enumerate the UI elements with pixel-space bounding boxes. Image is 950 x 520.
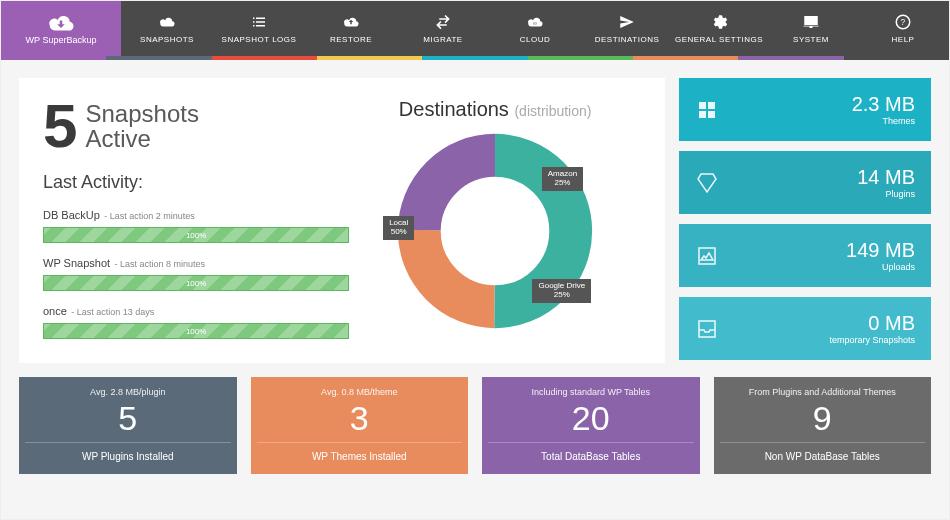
card-total-db-tables[interactable]: Including standard WP Tables20Total Data… bbox=[482, 377, 700, 474]
nav-destinations[interactable]: DESTINATIONS bbox=[581, 1, 673, 56]
stat-label: Uploads bbox=[846, 262, 915, 272]
stats-column: 2.3 MBThemes 14 MBPlugins 149 MBUploads … bbox=[679, 78, 931, 363]
donut-label-gdrive: Google Drive25% bbox=[532, 279, 591, 303]
transfer-icon bbox=[434, 13, 452, 31]
nav-snapshots[interactable]: SNAPSHOTS bbox=[121, 1, 213, 56]
cloud-icon bbox=[158, 13, 176, 31]
nav-restore[interactable]: RESTORE bbox=[305, 1, 397, 56]
nav-general-settings[interactable]: GENERAL SETTINGS bbox=[673, 1, 765, 56]
nav-label: SNAPSHOT LOGS bbox=[222, 35, 297, 44]
gear-icon bbox=[710, 13, 728, 31]
nav-system[interactable]: SYSTEM bbox=[765, 1, 857, 56]
snapshots-heading: 5 Snapshots Active bbox=[43, 98, 349, 154]
card-num: 3 bbox=[257, 399, 463, 438]
card-label: Non WP DataBase Tables bbox=[720, 442, 926, 462]
stat-themes[interactable]: 2.3 MBThemes bbox=[679, 78, 931, 141]
activity-row: once - Last action 13 days 100% bbox=[43, 301, 349, 339]
activity-name: once bbox=[43, 305, 67, 317]
activity-row: WP Snapshot - Last action 8 minutes 100% bbox=[43, 253, 349, 291]
nav-label: SYSTEM bbox=[793, 35, 829, 44]
stat-label: temporary Snapshots bbox=[829, 335, 915, 345]
nav-migrate[interactable]: MIGRATE bbox=[397, 1, 489, 56]
card-label: WP Plugins Installed bbox=[25, 442, 231, 462]
stat-value: 14 MB bbox=[857, 166, 915, 189]
card-num: 9 bbox=[720, 399, 926, 438]
progress-pct: 100% bbox=[186, 326, 206, 335]
list-icon bbox=[250, 13, 268, 31]
card-num: 5 bbox=[25, 399, 231, 438]
monitor-icon bbox=[802, 13, 820, 31]
nav-label: HELP bbox=[892, 35, 915, 44]
bottom-cards: Avg. 2.8 MB/plugin5WP Plugins Installed … bbox=[19, 377, 931, 474]
donut-label-amazon: Amazon25% bbox=[542, 167, 583, 191]
card-avg: From Plugins and Additional Themes bbox=[720, 387, 926, 397]
nav-help[interactable]: ?HELP bbox=[857, 1, 949, 56]
inbox-icon bbox=[695, 317, 719, 341]
progress-bar: 100% bbox=[43, 227, 349, 243]
donut-label-local: Local50% bbox=[383, 216, 414, 240]
stat-temp-snapshots[interactable]: 0 MBtemporary Snapshots bbox=[679, 297, 931, 360]
progress-bar: 100% bbox=[43, 323, 349, 339]
nav-label: CLOUD bbox=[520, 35, 551, 44]
nav-label: MIGRATE bbox=[423, 35, 462, 44]
progress-bar: 100% bbox=[43, 275, 349, 291]
activity-sub: - Last action 8 minutes bbox=[115, 259, 206, 269]
progress-pct: 100% bbox=[186, 278, 206, 287]
card-avg: Avg. 2.8 MB/plugin bbox=[25, 387, 231, 397]
stat-value: 0 MB bbox=[829, 312, 915, 335]
card-plugins-installed[interactable]: Avg. 2.8 MB/plugin5WP Plugins Installed bbox=[19, 377, 237, 474]
image-icon bbox=[695, 244, 719, 268]
cloud-logo-icon bbox=[46, 13, 76, 33]
brand-text: WP SuperBackup bbox=[26, 35, 97, 45]
card-avg: Avg. 0.8 MB/theme bbox=[257, 387, 463, 397]
stat-label: Themes bbox=[852, 116, 915, 126]
snapshots-count: 5 bbox=[43, 98, 77, 154]
nav-label: DESTINATIONS bbox=[595, 35, 660, 44]
send-icon bbox=[618, 13, 636, 31]
card-num: 20 bbox=[488, 399, 694, 438]
svg-text:?: ? bbox=[901, 18, 906, 27]
nav-label: SNAPSHOTS bbox=[140, 35, 194, 44]
nav-label: GENERAL SETTINGS bbox=[675, 35, 763, 44]
activity-name: DB BackUp bbox=[43, 209, 100, 221]
activity-row: DB BackUp - Last action 2 minutes 100% bbox=[43, 205, 349, 243]
help-icon: ? bbox=[894, 13, 912, 31]
nav-snapshot-logs[interactable]: SNAPSHOT LOGS bbox=[213, 1, 305, 56]
activity-sub: - Last action 2 minutes bbox=[104, 211, 195, 221]
nav-label: RESTORE bbox=[330, 35, 372, 44]
cloud-inf-icon: ∞ bbox=[526, 13, 544, 31]
logo[interactable]: WP SuperBackup bbox=[1, 1, 121, 56]
progress-pct: 100% bbox=[186, 230, 206, 239]
grid-icon bbox=[695, 98, 719, 122]
stat-value: 149 MB bbox=[846, 239, 915, 262]
nav-cloud[interactable]: ∞CLOUD bbox=[489, 1, 581, 56]
activity-sub: - Last action 13 days bbox=[71, 307, 154, 317]
card-nonwp-db-tables[interactable]: From Plugins and Additional Themes9Non W… bbox=[714, 377, 932, 474]
destinations-title: Destinations (distribution) bbox=[399, 98, 592, 121]
stat-value: 2.3 MB bbox=[852, 93, 915, 116]
card-label: WP Themes Installed bbox=[257, 442, 463, 462]
svg-text:∞: ∞ bbox=[533, 20, 537, 26]
stat-label: Plugins bbox=[857, 189, 915, 199]
main-card: 5 Snapshots Active Last Activity: DB Bac… bbox=[19, 78, 665, 363]
cloud-up-icon bbox=[342, 13, 360, 31]
top-nav: WP SuperBackup SNAPSHOTS SNAPSHOT LOGS R… bbox=[1, 1, 949, 56]
last-activity-heading: Last Activity: bbox=[43, 172, 349, 193]
activity-name: WP Snapshot bbox=[43, 257, 110, 269]
card-label: Total DataBase Tables bbox=[488, 442, 694, 462]
card-avg: Including standard WP Tables bbox=[488, 387, 694, 397]
stat-uploads[interactable]: 149 MBUploads bbox=[679, 224, 931, 287]
stat-plugins[interactable]: 14 MBPlugins bbox=[679, 151, 931, 214]
diamond-icon bbox=[695, 171, 719, 195]
snapshots-word1: Snapshots bbox=[85, 101, 198, 126]
donut-chart: Local50% Amazon25% Google Drive25% bbox=[395, 131, 595, 331]
card-themes-installed[interactable]: Avg. 0.8 MB/theme3WP Themes Installed bbox=[251, 377, 469, 474]
snapshots-word2: Active bbox=[85, 126, 198, 151]
